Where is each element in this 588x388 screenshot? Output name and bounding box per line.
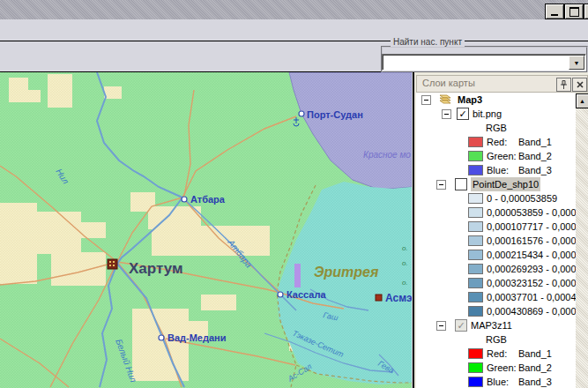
- pushpin-icon: [560, 80, 568, 90]
- scroll-up-button[interactable]: ▲: [576, 93, 588, 108]
- label-kassala: Кассала: [287, 289, 326, 300]
- vertical-scrollbar[interactable]: ▲: [576, 93, 588, 388]
- collapse-icon[interactable]: [442, 109, 451, 119]
- legend-range: 0,000323152 - 0,000: [487, 276, 576, 290]
- minimize-button[interactable]: [545, 4, 564, 19]
- layer-visibility-checkbox-disabled[interactable]: ✓: [455, 319, 467, 332]
- legend-row: 0,000430869 - 0,000: [416, 304, 576, 318]
- legend-color-swatch: [468, 278, 483, 288]
- band-color-swatch: [468, 362, 483, 373]
- band-row: Red: Band_1: [416, 347, 576, 361]
- legend-color-swatch: [468, 207, 483, 218]
- label-asmara: Асмэ: [385, 292, 412, 304]
- layer-label[interactable]: MAP3z11: [471, 318, 512, 332]
- band-channel: Red:: [487, 135, 518, 149]
- band-color-swatch: [468, 377, 483, 387]
- legend-row: 0,000269293 - 0,000: [416, 262, 576, 276]
- layer-group-label[interactable]: Map3: [458, 93, 482, 107]
- layers-stack-icon: [436, 94, 452, 105]
- title-bar[interactable]: [0, 0, 588, 19]
- label-island-3: о.: [402, 279, 408, 287]
- layer-visibility-checkbox[interactable]: ✓: [457, 108, 469, 120]
- legend-row: 0,000107717 - 0,000: [416, 220, 576, 234]
- legend-range: 0,000161576 - 0,000: [487, 234, 576, 248]
- band-channel: Blue:: [487, 163, 518, 177]
- legend-color-swatch: [468, 193, 483, 204]
- band-row: Blue: Band_3: [416, 163, 576, 177]
- legend-range: 0,000215434 - 0,000: [487, 248, 576, 262]
- legend-range: 0 - 0,000053859: [487, 191, 557, 205]
- band-channel: Blue:: [487, 375, 518, 388]
- city-marker-kassala: [278, 292, 283, 297]
- label-atbara-city: Атбара: [190, 194, 226, 205]
- legend-range: 0,000053859 - 0,000: [487, 205, 576, 220]
- chevron-down-icon: ▼: [574, 60, 580, 66]
- find-settlement-label: Найти нас. пункт: [391, 37, 465, 47]
- pin-button[interactable]: [556, 78, 571, 92]
- layers-panel-header[interactable]: Слои карты: [416, 75, 588, 93]
- band-color-swatch: [468, 137, 483, 147]
- combo-dropdown-button[interactable]: ▼: [569, 56, 584, 70]
- label-wad-madani: Вад-Медани: [167, 332, 227, 343]
- legend-row: 0,000323152 - 0,000: [416, 276, 576, 290]
- band-row: Green: Band_2: [416, 149, 576, 163]
- band-row: Blue: Band_3: [416, 375, 576, 388]
- legend-row: 0,000053859 - 0,000: [416, 205, 576, 220]
- legend-color-swatch: [468, 264, 483, 274]
- layer-visibility-checkbox[interactable]: [455, 178, 467, 190]
- band-name: Band_3: [518, 163, 552, 177]
- tree-row-pointde[interactable]: PointDe_shp10: [416, 177, 576, 191]
- tree-row-map3[interactable]: Map3: [416, 93, 576, 107]
- legend-row: 0,000215434 - 0,000: [416, 248, 576, 262]
- label-port-sudan: Порт-Судан: [307, 109, 363, 120]
- legend-range: 0,00037701 - 0,0004: [487, 290, 576, 304]
- rgb-header: RGB: [486, 121, 507, 135]
- city-marker-wad-madani: [159, 335, 164, 340]
- band-name: Band_1: [518, 135, 552, 149]
- close-button[interactable]: ✕: [584, 4, 588, 19]
- band-color-swatch: [468, 165, 483, 175]
- band-channel: Green:: [487, 149, 518, 163]
- layer-label-selected[interactable]: PointDe_shp10: [471, 177, 540, 191]
- label-island-2: о.: [402, 259, 408, 267]
- layers-panel-title: Слои карты: [422, 78, 475, 88]
- collapse-icon[interactable]: [436, 180, 446, 190]
- legend-color-swatch: [468, 306, 483, 317]
- legend-range: 0,000430869 - 0,000: [487, 304, 576, 318]
- city-marker-port-sudan: [299, 111, 304, 116]
- legend-range: 0,000107717 - 0,000: [487, 220, 576, 234]
- capital-marker-asmara: [376, 295, 382, 301]
- tree-row-map3z11[interactable]: ✓ MAP3z11: [416, 318, 576, 332]
- close-icon: [577, 81, 584, 88]
- band-color-swatch: [468, 348, 483, 359]
- city-marker-atbara: [182, 197, 187, 202]
- legend-color-swatch: [468, 250, 483, 260]
- find-settlement-combobox[interactable]: ▼: [382, 54, 586, 71]
- layer-label[interactable]: bit.png: [473, 107, 502, 121]
- maximize-button[interactable]: [564, 4, 584, 19]
- legend-row: 0,000161576 - 0,000: [416, 234, 576, 248]
- layers-tree: Map3 ✓ bit.png RGB Red: Band_1 Green: Ba…: [416, 93, 576, 388]
- collapse-icon[interactable]: [436, 321, 446, 331]
- band-color-swatch: [468, 151, 483, 161]
- layers-panel: Слои карты Map3 ✓ bit.png: [413, 72, 588, 388]
- label-island-1: о.: [402, 244, 408, 252]
- label-eritrea: Эритрея: [314, 265, 379, 280]
- tree-row-bitpng[interactable]: ✓ bit.png: [416, 107, 576, 121]
- minimize-icon: [551, 14, 558, 16]
- band-name: Band_2: [518, 149, 552, 163]
- rgb-header: RGB: [486, 332, 507, 347]
- capital-marker-khartoum: [108, 259, 117, 269]
- panel-close-button[interactable]: [572, 78, 587, 92]
- band-row: Red: Band_1: [416, 135, 576, 149]
- band-name: Band_3: [518, 375, 552, 388]
- label-khartoum: Хартум: [129, 260, 183, 277]
- map-view[interactable]: Порт-Судан Красное мо Атбара Нил Атбара …: [0, 72, 412, 388]
- band-channel: Green:: [487, 361, 518, 375]
- violet-patch: [294, 264, 301, 287]
- collapse-icon[interactable]: [421, 95, 431, 105]
- legend-row: 0,00037701 - 0,0004: [416, 290, 576, 304]
- band-row: Green: Band_2: [416, 361, 576, 375]
- band-channel: Red:: [487, 347, 518, 361]
- band-name: Band_1: [518, 347, 552, 361]
